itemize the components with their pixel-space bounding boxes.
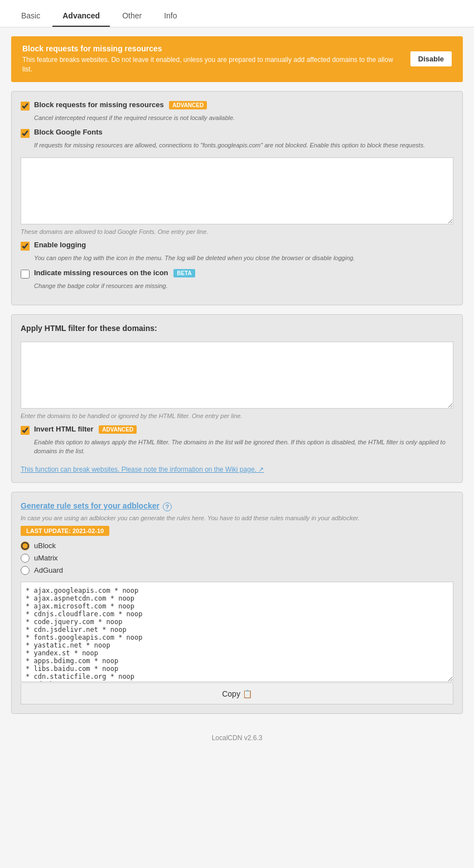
html-filter-hint: Enter the domains to be handled or ignor… [21,413,453,419]
umatrix-label: uMatrix [34,554,58,562]
block-missing-badge: ADVANCED [169,101,207,109]
last-update-badge: LAST UPDATE: 2021-02-10 [21,526,109,536]
rules-textarea[interactable] [21,582,453,682]
block-fonts-checkbox[interactable] [21,129,30,138]
warning-title: Block requests for missing resources [22,44,399,53]
block-missing-label: Block requests for missing resources [34,100,164,109]
footer: LocalCDN v2.6.3 [0,723,474,753]
indicate-missing-label: Indicate missing resources on the icon [34,268,168,277]
generate-title[interactable]: Generate rule sets for your adblocker [21,501,159,510]
adguard-label: AdGuard [34,566,63,574]
adguard-row: AdGuard [21,566,453,575]
html-filter-title: Apply HTML filter for these domains: [21,324,453,333]
invert-html-label-row: Invert HTML filter ADVANCED [34,425,137,433]
generate-desc: In case you are using an adblocker you c… [21,515,453,521]
ublock-radio[interactable] [21,541,30,550]
tab-advanced[interactable]: Advanced [52,6,110,27]
block-fonts-label: Block Google Fonts [34,128,103,136]
logging-row: Enable logging [21,241,453,251]
invert-html-badge: ADVANCED [99,425,137,434]
indicate-missing-checkbox[interactable] [21,270,30,279]
block-missing-label-row: Block requests for missing resources ADV… [34,100,207,109]
invert-html-label: Invert HTML filter [34,425,94,433]
generate-rules-card: Generate rule sets for your adblocker ? … [11,492,463,714]
copy-button[interactable]: Copy 📋 [21,684,453,704]
logging-desc: You can open the log with the icon in th… [34,254,453,262]
google-fonts-domains-textarea[interactable] [21,157,453,224]
html-filter-textarea[interactable] [21,342,453,409]
block-missing-checkbox[interactable] [21,102,30,111]
invert-html-desc: Enable this option to always apply the H… [34,438,453,455]
indicate-missing-badge: BETA [173,269,195,277]
block-missing-desc: Cancel intercepted request if the requir… [34,114,453,122]
footer-text: LocalCDN v2.6.3 [212,734,263,742]
indicate-missing-desc: Change the badge color if resources are … [34,282,453,290]
warning-text: Block requests for missing resources Thi… [22,44,410,74]
warning-banner: Block requests for missing resources Thi… [11,36,463,82]
disable-button[interactable]: Disable [410,51,452,66]
ublock-label: uBlock [34,541,56,550]
invert-html-checkbox[interactable] [21,426,30,435]
logging-label: Enable logging [34,241,86,249]
block-fonts-desc: If requests for missing resources are al… [34,141,453,150]
umatrix-radio[interactable] [21,554,30,563]
ublock-row: uBlock [21,541,453,550]
logging-checkbox[interactable] [21,242,30,251]
block-missing-row: Block requests for missing resources ADV… [21,100,453,111]
tab-basic[interactable]: Basic [11,6,50,27]
warning-description: This feature breaks websites. Do not lea… [22,55,399,74]
tabs-bar: Basic Advanced Other Info [0,0,474,27]
umatrix-row: uMatrix [21,554,453,563]
tab-other[interactable]: Other [112,6,152,27]
html-filter-card: Apply HTML filter for these domains: Ent… [11,314,463,483]
wiki-link[interactable]: This function can break websites. Please… [21,466,264,473]
info-icon[interactable]: ? [163,502,172,511]
indicate-missing-row: Indicate missing resources on the icon B… [21,268,453,279]
options-card: Block requests for missing resources ADV… [11,91,463,306]
invert-html-row: Invert HTML filter ADVANCED [21,425,453,435]
adguard-radio[interactable] [21,566,30,575]
block-fonts-row: Block Google Fonts [21,128,453,138]
indicate-missing-label-row: Indicate missing resources on the icon B… [34,268,195,277]
tab-info[interactable]: Info [154,6,187,27]
generate-title-row: Generate rule sets for your adblocker ? [21,501,453,512]
google-fonts-hint: These domains are allowed to load Google… [21,228,453,235]
